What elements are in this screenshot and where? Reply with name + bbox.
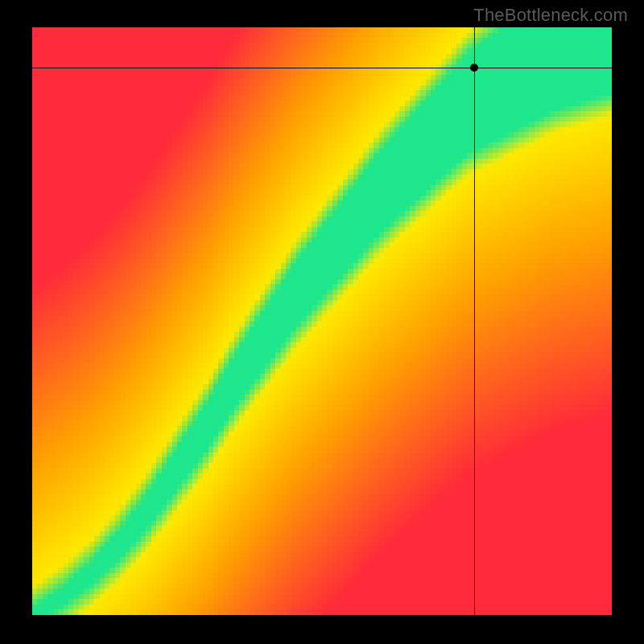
heatmap-canvas	[32, 27, 612, 615]
chart-frame: TheBottleneck.com	[0, 0, 644, 644]
heatmap-plot	[32, 27, 612, 615]
watermark-text: TheBottleneck.com	[473, 5, 628, 26]
